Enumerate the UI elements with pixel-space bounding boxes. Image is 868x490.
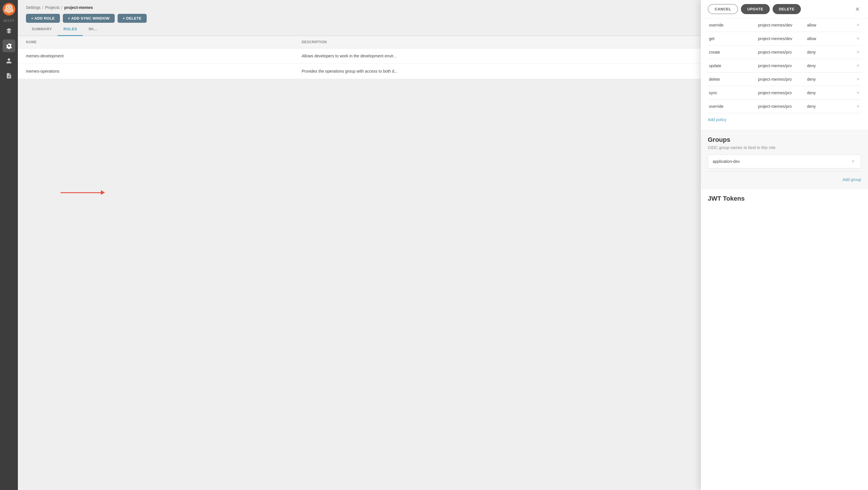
remove-policy-button[interactable]: × xyxy=(855,90,861,96)
breadcrumb-sep2: / xyxy=(61,5,63,10)
policy-resource[interactable]: project-memes/pro xyxy=(757,103,803,109)
panel-header: CANCEL UPDATE DELETE ✕ xyxy=(701,0,868,19)
sidebar-item-settings[interactable] xyxy=(3,39,15,52)
breadcrumb-projects[interactable]: Projects xyxy=(45,5,60,10)
row-name: memes-operations xyxy=(18,64,293,79)
policy-resource[interactable]: project-memes/dev xyxy=(757,22,803,28)
group-name: application-dev xyxy=(713,159,850,164)
policy-effect[interactable]: deny xyxy=(806,49,852,55)
col-name: NAME xyxy=(18,36,293,49)
sidebar-item-layers[interactable] xyxy=(3,25,15,37)
close-panel-button[interactable]: ✕ xyxy=(854,5,861,13)
svg-point-4 xyxy=(10,7,11,8)
svg-point-7 xyxy=(6,10,8,13)
sidebar: v2.3.17+ xyxy=(0,0,18,490)
policy-action[interactable]: sync xyxy=(708,90,754,96)
policy-row: sync project-memes/pro deny × xyxy=(708,86,861,100)
groups-subtitle: OIDC group names to bind to this role xyxy=(708,145,861,150)
remove-policy-button[interactable]: × xyxy=(855,22,861,28)
breadcrumb-settings[interactable]: Settings xyxy=(26,5,41,10)
panel-delete-button[interactable]: DELETE xyxy=(773,4,801,14)
svg-point-3 xyxy=(7,7,8,8)
policy-resource[interactable]: project-memes/dev xyxy=(757,36,803,41)
group-item: application-dev × xyxy=(708,154,861,168)
remove-policy-button[interactable]: × xyxy=(855,63,861,69)
policy-row: override project-memes/dev allow × xyxy=(708,19,861,32)
policy-action[interactable]: get xyxy=(708,36,754,41)
add-policy-button[interactable]: Add policy xyxy=(708,113,726,124)
policy-action[interactable]: override xyxy=(708,22,754,28)
sidebar-item-user[interactable] xyxy=(3,55,15,67)
add-sync-window-button[interactable]: + ADD SYNC WINDOW xyxy=(63,14,115,23)
role-edit-panel: CANCEL UPDATE DELETE ✕ override project-… xyxy=(701,0,868,490)
policy-effect[interactable]: deny xyxy=(806,103,852,109)
jwt-section: JWT Tokens xyxy=(701,189,868,210)
svg-point-9 xyxy=(10,10,11,13)
policy-resource[interactable]: project-memes/pro xyxy=(757,76,803,82)
policy-row: create project-memes/pro deny × xyxy=(708,45,861,59)
remove-group-button[interactable]: × xyxy=(850,158,856,164)
policy-action[interactable]: delete xyxy=(708,76,754,82)
remove-policy-button[interactable]: × xyxy=(855,49,861,55)
policy-row: update project-memes/pro deny × xyxy=(708,59,861,73)
policy-action[interactable]: create xyxy=(708,49,754,55)
app-logo[interactable] xyxy=(3,3,15,16)
policy-effect[interactable]: deny xyxy=(806,90,852,96)
panel-actions: CANCEL UPDATE DELETE xyxy=(708,4,801,14)
delete-button[interactable]: + DELETE xyxy=(118,14,147,23)
version-label: v2.3.17+ xyxy=(3,19,15,22)
tab-roles[interactable]: ROLES xyxy=(58,23,83,36)
policy-action[interactable]: update xyxy=(708,63,754,69)
policy-action[interactable]: override xyxy=(708,103,754,109)
svg-point-5 xyxy=(4,9,7,12)
policy-resource[interactable]: project-memes/pro xyxy=(757,90,803,96)
policy-row: get project-memes/dev allow × xyxy=(708,32,861,45)
policy-effect[interactable]: deny xyxy=(806,76,852,82)
policy-section: override project-memes/dev allow × get p… xyxy=(701,19,868,130)
panel-body: override project-memes/dev allow × get p… xyxy=(701,19,868,490)
add-group-button[interactable]: Add group xyxy=(708,174,861,183)
policy-effect[interactable]: allow xyxy=(806,36,852,41)
svg-point-8 xyxy=(8,11,10,13)
groups-title: Groups xyxy=(708,136,861,144)
svg-point-6 xyxy=(11,9,13,12)
cancel-button[interactable]: CANCEL xyxy=(708,4,738,14)
remove-policy-button[interactable]: × xyxy=(855,103,861,110)
policy-resource[interactable]: project-memes/pro xyxy=(757,49,803,55)
jwt-title: JWT Tokens xyxy=(708,195,861,202)
remove-policy-button[interactable]: × xyxy=(855,35,861,42)
policy-effect[interactable]: allow xyxy=(806,22,852,28)
policy-effect[interactable]: deny xyxy=(806,63,852,69)
policy-row: override project-memes/pro deny × xyxy=(708,100,861,113)
add-role-button[interactable]: + ADD ROLE xyxy=(26,14,60,23)
policy-row: delete project-memes/pro deny × xyxy=(708,73,861,86)
tab-summary[interactable]: SUMMARY xyxy=(26,23,58,36)
breadcrumb-current: project-memes xyxy=(64,5,93,10)
groups-section: Groups OIDC group names to bind to this … xyxy=(701,130,868,189)
policy-resource[interactable]: project-memes/pro xyxy=(757,63,803,69)
tab-wi[interactable]: WI... xyxy=(83,23,102,36)
row-name: memes-development xyxy=(18,49,293,64)
breadcrumb-sep1: / xyxy=(42,5,43,10)
sidebar-item-reports[interactable] xyxy=(3,69,15,82)
remove-policy-button[interactable]: × xyxy=(855,76,861,83)
update-button[interactable]: UPDATE xyxy=(741,4,770,14)
add-group-row: Add group xyxy=(708,171,861,183)
